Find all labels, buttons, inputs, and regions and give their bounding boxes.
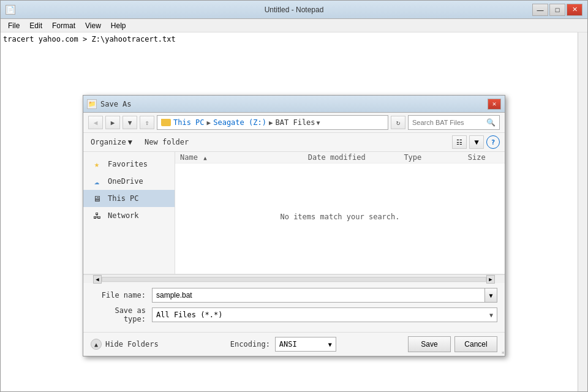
encoding-select[interactable]: ANSI ▼ <box>275 337 336 352</box>
view-icon: ☷ <box>456 138 462 146</box>
file-name-input[interactable] <box>152 288 485 303</box>
view-options-button[interactable]: ▼ <box>469 135 484 149</box>
search-input[interactable] <box>412 119 486 126</box>
view-options-icon: ▼ <box>474 138 478 146</box>
dialog-icon: 📁 <box>87 99 97 109</box>
breadcrumb-dropdown-arrow[interactable]: ▼ <box>317 119 320 126</box>
action-bar-right: ☷ ▼ ? <box>452 135 500 149</box>
breadcrumb-seagate[interactable]: Seagate (Z:) <box>213 118 266 127</box>
resize-handle[interactable]: ∗ <box>497 349 505 356</box>
col-type-header[interactable]: Type <box>404 153 467 162</box>
hide-folders-arrow-icon: ▲ <box>91 339 102 350</box>
menu-bar: File Edit Format View Help <box>1 19 587 32</box>
save-button[interactable]: Save <box>408 336 451 352</box>
scroll-right-button[interactable]: ▶ <box>486 275 495 284</box>
horizontal-scrollbar[interactable]: ◀ ▶ <box>83 274 505 283</box>
sort-arrow-icon: ▲ <box>203 155 206 161</box>
scrollbar-track[interactable] <box>102 277 486 282</box>
view-toggle-button[interactable]: ☷ <box>452 135 467 149</box>
maximize-button[interactable]: □ <box>549 4 565 16</box>
onedrive-icon <box>91 176 103 186</box>
sidebar-item-favorites[interactable]: Favorites <box>83 156 175 173</box>
menu-edit[interactable]: Edit <box>24 20 47 31</box>
menu-view[interactable]: View <box>80 20 106 31</box>
encoding-dropdown-icon: ▼ <box>328 341 332 348</box>
folder-small-icon: 📁 <box>88 100 96 107</box>
refresh-button[interactable]: ↻ <box>391 116 405 129</box>
dropdown-button[interactable]: ▼ <box>123 116 137 129</box>
save-as-type-dropdown-icon: ▼ <box>489 312 493 318</box>
this-pc-icon: 🖥 <box>91 194 103 203</box>
empty-message: No items match your search. <box>175 164 505 270</box>
col-name-label: Name <box>180 153 198 162</box>
title-bar-left: 📄 <box>6 5 15 15</box>
hide-folders-button[interactable]: ▲ Hide Folders <box>91 339 159 350</box>
title-buttons: — □ ✕ <box>532 4 582 16</box>
encoding-label: Encoding: <box>230 340 270 349</box>
save-as-dialog: 📁 Save As ✕ ◀ ▶ ▼ ⇧ <box>83 95 505 356</box>
dialog-main: Favorites OneDrive 🖥 This <box>83 152 505 274</box>
save-as-type-row: Save as type: All Files (*.*) ▼ <box>91 306 497 323</box>
file-list-header: Name ▲ Date modified Type Size <box>175 152 505 164</box>
notepad-title: Untitled - Notepad <box>265 6 324 14</box>
notepad-window: 📄 Untitled - Notepad — □ ✕ File Edit For… <box>0 0 588 392</box>
col-size-header[interactable]: Size <box>468 153 500 162</box>
breadcrumb-bar: This PC ▶ Seagate (Z:) ▶ BAT Files ▼ <box>157 115 388 130</box>
breadcrumb-bat-files: BAT Files <box>276 118 315 127</box>
sidebar-item-this-pc[interactable]: 🖥 This PC <box>83 190 175 207</box>
dialog-title-left: 📁 Save As <box>87 99 132 109</box>
minimize-button[interactable]: — <box>532 4 548 16</box>
favorites-icon <box>91 159 103 169</box>
organize-label: Organize <box>91 138 126 146</box>
dialog-title-bar: 📁 Save As ✕ <box>83 96 505 113</box>
modal-overlay: 📁 Save As ✕ ◀ ▶ ▼ ⇧ <box>1 64 587 391</box>
file-name-dropdown-icon[interactable]: ▼ <box>485 288 497 303</box>
notepad-icon: 📄 <box>6 5 15 15</box>
organize-dropdown-icon: ▼ <box>128 138 132 146</box>
col-name-header[interactable]: Name ▲ <box>180 153 308 162</box>
sidebar: Favorites OneDrive 🖥 This <box>83 152 175 274</box>
title-bar: 📄 Untitled - Notepad — □ ✕ <box>1 1 587 19</box>
menu-help[interactable]: Help <box>106 20 131 31</box>
col-date-header[interactable]: Date modified <box>308 153 404 162</box>
dialog-form: File name: ▼ Save as type: All Files (*.… <box>83 283 505 332</box>
notepad-text: tracert yahoo.com > Z:\yahootracert.txt <box>3 35 176 43</box>
breadcrumb-this-pc[interactable]: This PC <box>173 118 205 127</box>
help-button[interactable]: ? <box>486 135 500 149</box>
organize-button[interactable]: Organize ▼ <box>88 137 135 148</box>
back-button[interactable]: ◀ <box>88 116 103 129</box>
sidebar-network-label: Network <box>108 211 139 220</box>
save-as-type-value: All Files (*.*) <box>156 311 222 319</box>
encoding-value: ANSI <box>279 340 297 349</box>
close-button[interactable]: ✕ <box>567 4 582 16</box>
hide-folders-label: Hide Folders <box>105 340 159 349</box>
scroll-left-button[interactable]: ◀ <box>93 275 102 284</box>
breadcrumb-sep-2: ▶ <box>269 119 273 127</box>
action-buttons: Save Cancel <box>408 336 497 352</box>
search-icon: 🔍 <box>486 118 496 127</box>
dialog-close-button[interactable]: ✕ <box>488 99 501 110</box>
menu-format[interactable]: Format <box>47 20 80 31</box>
breadcrumb-folder-icon <box>161 118 171 127</box>
sidebar-item-onedrive[interactable]: OneDrive <box>83 173 175 190</box>
sidebar-this-pc-label: This PC <box>108 194 139 203</box>
forward-button[interactable]: ▶ <box>105 116 120 129</box>
new-folder-button[interactable]: New folder <box>142 137 191 148</box>
up-button[interactable]: ⇧ <box>140 116 154 129</box>
file-list: Name ▲ Date modified Type Size No items … <box>175 152 505 274</box>
dialog-toolbar: ◀ ▶ ▼ ⇧ This PC ▶ Seagate (Z:) ▶ BAT Fil… <box>83 113 505 133</box>
save-as-type-select[interactable]: All Files (*.*) ▼ <box>152 307 497 322</box>
breadcrumb-sep-1: ▶ <box>207 119 211 127</box>
sidebar-onedrive-label: OneDrive <box>108 177 143 186</box>
sidebar-item-network[interactable]: 🖧 Network <box>83 207 175 224</box>
search-box: 🔍 <box>408 115 500 130</box>
dialog-title: Save As <box>100 100 132 108</box>
sidebar-favorites-label: Favorites <box>108 160 148 168</box>
menu-file[interactable]: File <box>3 20 24 31</box>
cancel-button[interactable]: Cancel <box>454 336 497 352</box>
file-name-row: File name: ▼ <box>91 288 497 303</box>
file-name-label: File name: <box>91 291 152 300</box>
save-as-type-label: Save as type: <box>91 306 152 323</box>
notepad-editor[interactable]: tracert yahoo.com > Z:\yahootracert.txt … <box>1 32 587 391</box>
action-bar: Organize ▼ New folder ☷ ▼ ? <box>83 133 505 152</box>
